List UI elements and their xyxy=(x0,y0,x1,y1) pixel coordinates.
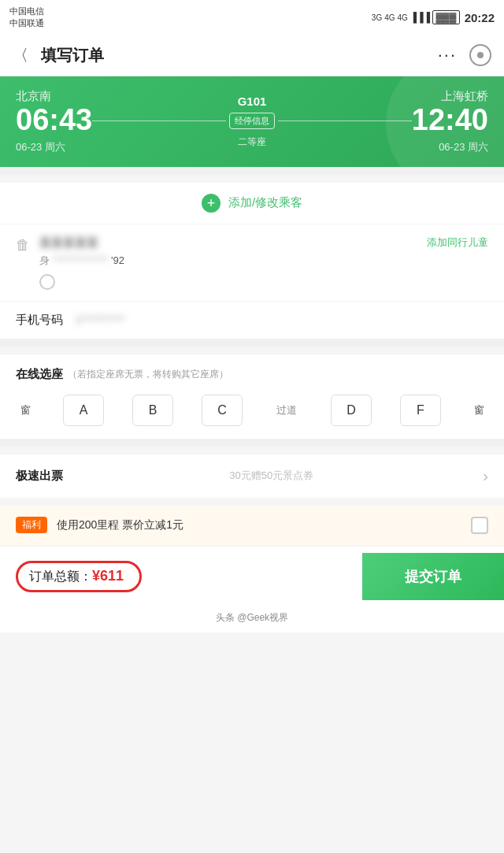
seat-button-d[interactable]: D xyxy=(331,395,372,426)
watermark: 头条 @Geek视界 xyxy=(0,606,504,632)
welfare-checkbox[interactable] xyxy=(471,517,488,534)
back-button[interactable]: 〈 xyxy=(13,45,28,66)
more-button[interactable]: ··· xyxy=(438,45,457,65)
add-passenger-icon: + xyxy=(202,194,220,213)
window-label-right: 窗 xyxy=(469,403,488,417)
phone-label: 手机号码 xyxy=(16,313,63,328)
add-child-button[interactable]: 添加同行儿童 xyxy=(427,236,488,250)
submit-order-button[interactable]: 提交订单 xyxy=(362,553,504,600)
divider-1 xyxy=(0,167,504,175)
welfare-badge: 福利 xyxy=(16,517,47,533)
order-total-amount: ¥611 xyxy=(92,568,124,584)
seat-note: （若指定座席无票，将转购其它座席） xyxy=(68,368,228,381)
divider-3 xyxy=(0,439,504,447)
aisle-label: 过道 xyxy=(271,403,302,417)
seat-grid: 窗 A B C 过道 D F 窗 xyxy=(16,395,488,426)
signal-icons: 3G 4G 4G ▐▐▐ ▓▓▓ xyxy=(372,10,460,24)
train-info-card: 北京南 06:43 06-23 周六 G101 经停信息 二等座 上海虹桥 12… xyxy=(0,76,504,167)
train-route: 北京南 06:43 06-23 周六 G101 经停信息 二等座 上海虹桥 12… xyxy=(16,89,488,154)
passenger-row: 🗑 某某某某某 添加同行儿童 身 ************** '92 xyxy=(16,236,488,290)
arrive-date: 06-23 周六 xyxy=(412,140,488,154)
page-title: 填写订单 xyxy=(41,45,425,66)
passenger-id-row: 身 ************** '92 xyxy=(39,254,488,268)
time-display: 20:22 xyxy=(465,11,495,24)
order-total-label: 订单总额： xyxy=(29,569,92,583)
depart-date: 06-23 周六 xyxy=(16,140,92,154)
signal-bars: ▐▐▐ xyxy=(410,12,431,23)
seat-button-f[interactable]: F xyxy=(400,395,441,426)
divider-2 xyxy=(0,339,504,347)
id-type: 身 xyxy=(39,254,50,266)
status-right: 3G 4G 4G ▐▐▐ ▓▓▓ 20:22 xyxy=(372,10,495,24)
phone-value: 1********** xyxy=(76,313,124,326)
seat-button-b[interactable]: B xyxy=(132,395,173,426)
phone-row: 手机号码 1********** xyxy=(0,301,504,339)
radio-button[interactable] xyxy=(39,274,55,290)
add-passenger-label: 添加/修改乘客 xyxy=(228,195,302,210)
line-dash-right xyxy=(278,121,412,121)
train-middle: G101 经停信息 二等座 xyxy=(92,95,412,149)
radio-row xyxy=(39,274,488,290)
delete-passenger-button[interactable]: 🗑 xyxy=(16,237,30,254)
plus-icon: + xyxy=(207,196,216,210)
header: 〈 填写订单 ··· xyxy=(0,35,504,76)
window-label-left: 窗 xyxy=(16,403,35,417)
signal-3g: 3G xyxy=(372,13,382,22)
seat-class-label: 二等座 xyxy=(238,135,266,149)
train-line: 经停信息 xyxy=(92,113,412,129)
total-highlight: 订单总额：¥611 xyxy=(16,561,142,592)
fast-ticket-section[interactable]: 极速出票 30元赠50元景点券 › xyxy=(0,454,504,498)
welfare-section: 福利 使用200里程 票价立减1元 xyxy=(0,506,504,545)
signal-4g-1: 4G xyxy=(384,13,395,22)
carrier2: 中国联通 xyxy=(9,17,44,29)
line-dash-left xyxy=(92,121,226,121)
order-total: 订单总额：¥611 xyxy=(0,547,362,606)
seat-button-a[interactable]: A xyxy=(63,395,104,426)
arrive-station-name: 上海虹桥 xyxy=(412,89,488,104)
seat-section-title: 在线选座 xyxy=(16,367,63,382)
passenger-name: 某某某某某 xyxy=(39,236,98,250)
fast-ticket-label: 极速出票 xyxy=(16,469,63,484)
signal-4g-2: 4G xyxy=(398,13,408,22)
passenger-name-row: 某某某某某 添加同行儿童 xyxy=(39,236,488,250)
add-passenger-section[interactable]: + 添加/修改乘客 xyxy=(0,183,504,224)
carrier1: 中国电信 xyxy=(9,6,44,17)
id-year: '92 xyxy=(111,254,124,266)
depart-station: 北京南 06:43 06-23 周六 xyxy=(16,89,92,154)
seat-title-row: 在线选座 （若指定座席无票，将转购其它座席） xyxy=(16,367,488,382)
carrier-info: 中国电信 中国联通 xyxy=(9,6,44,30)
depart-time: 06:43 xyxy=(16,104,92,137)
train-number: G101 xyxy=(238,95,267,108)
seat-button-c[interactable]: C xyxy=(202,395,243,426)
welfare-text: 使用200里程 票价立减1元 xyxy=(57,518,461,532)
arrive-station: 上海虹桥 12:40 06-23 周六 xyxy=(412,89,488,154)
status-bar: 中国电信 中国联通 3G 4G 4G ▐▐▐ ▓▓▓ 20:22 xyxy=(0,0,504,35)
passenger-card: 🗑 某某某某某 添加同行儿童 身 ************** '92 xyxy=(0,224,504,301)
depart-station-name: 北京南 xyxy=(16,89,92,104)
battery-icon: ▓▓▓ xyxy=(432,10,459,24)
fast-ticket-promo: 30元赠50元景点券 xyxy=(229,469,313,483)
record-button[interactable] xyxy=(469,44,491,66)
passenger-info: 某某某某某 添加同行儿童 身 ************** '92 xyxy=(39,236,488,290)
chevron-right-icon: › xyxy=(483,467,488,485)
id-number-masked: ************** xyxy=(53,254,109,266)
bottom-bar: 订单总额：¥611 提交订单 xyxy=(0,547,504,606)
watermark-text: 头条 @Geek视界 xyxy=(216,612,288,623)
arrive-time: 12:40 xyxy=(412,104,488,137)
seat-section: 在线选座 （若指定座席无票，将转购其它座席） 窗 A B C 过道 D F 窗 xyxy=(0,354,504,439)
stop-info-button[interactable]: 经停信息 xyxy=(229,113,275,129)
